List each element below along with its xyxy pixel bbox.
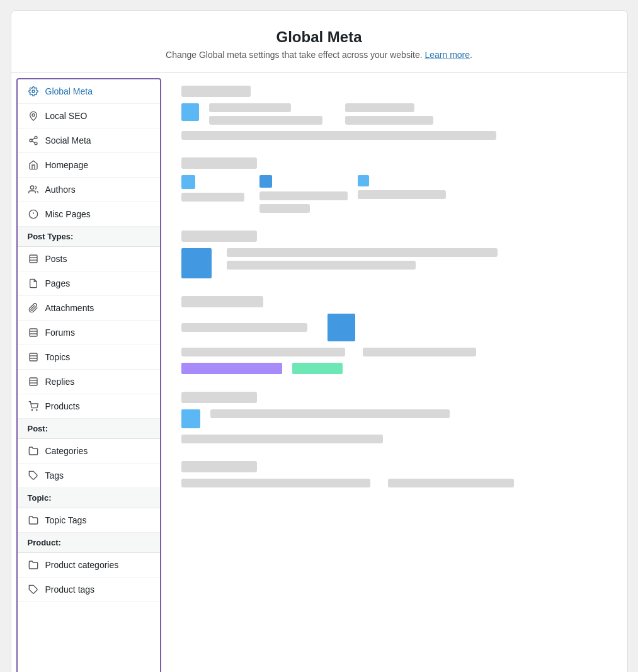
topic-folder-icon — [28, 515, 39, 526]
sidebar-item-label: Forums — [45, 327, 75, 338]
product-section-header: Product: — [18, 533, 160, 553]
sidebar-item-label: Global Meta — [45, 86, 93, 96]
svg-point-1 — [32, 114, 35, 117]
post-types-section-header: Post Types: — [18, 227, 160, 247]
sidebar-item-label: Social Meta — [45, 135, 91, 145]
replies-icon — [28, 376, 39, 387]
sidebar-item-replies[interactable]: Replies — [18, 370, 160, 394]
sidebar-item-label: Homepage — [45, 160, 89, 170]
location-icon — [28, 110, 39, 122]
product-folder-icon — [28, 559, 39, 571]
svg-point-7 — [30, 186, 33, 189]
pages-icon — [28, 278, 39, 289]
sidebar-item-categories[interactable]: Categories — [18, 439, 160, 464]
sidebar-item-attachments[interactable]: Attachments — [18, 296, 160, 321]
main-content — [166, 73, 627, 672]
sidebar-item-product-tags[interactable]: Product tags — [18, 578, 160, 602]
svg-point-4 — [35, 142, 37, 145]
svg-rect-20 — [30, 378, 37, 385]
page-title: Global Meta — [24, 28, 615, 46]
topics-icon — [28, 351, 39, 363]
content-row-3 — [181, 231, 612, 278]
sidebar-item-label: Replies — [45, 377, 75, 387]
sidebar-item-label: Pages — [45, 278, 71, 288]
document-icon — [28, 253, 39, 265]
sidebar-item-topics[interactable]: Topics — [18, 345, 160, 370]
svg-line-6 — [31, 138, 35, 140]
page-description: Change Global meta settings that take ef… — [24, 50, 615, 60]
content-row-6 — [181, 461, 612, 487]
main-container: Global Meta Change Global meta settings … — [11, 10, 628, 672]
sidebar-item-label: Misc Pages — [45, 209, 91, 219]
folder-icon — [28, 445, 39, 457]
content-row-2 — [181, 157, 612, 213]
attachment-icon — [28, 302, 39, 314]
page-header: Global Meta Change Global meta settings … — [11, 11, 627, 73]
sidebar-item-label: Authors — [45, 185, 76, 195]
sidebar-item-topic-tags[interactable]: Topic Tags — [18, 508, 160, 533]
share-icon — [28, 135, 39, 146]
sidebar-item-homepage[interactable]: Homepage — [18, 153, 160, 178]
tag-icon — [28, 470, 39, 481]
learn-more-link[interactable]: Learn more — [424, 50, 470, 60]
sidebar: Global Meta Local SEO Social Meta — [16, 78, 161, 672]
sidebar-item-authors[interactable]: Authors — [18, 178, 160, 202]
circle-icon — [28, 208, 39, 220]
sidebar-item-label: Local SEO — [45, 111, 88, 121]
sidebar-item-tags[interactable]: Tags — [18, 464, 160, 488]
sidebar-item-local-seo[interactable]: Local SEO — [18, 104, 160, 128]
sidebar-item-label: Posts — [45, 254, 67, 264]
product-tag-icon — [28, 584, 39, 595]
content-row-1 — [181, 86, 612, 140]
sidebar-item-label: Topic Tags — [45, 515, 87, 525]
sidebar-item-global-meta[interactable]: Global Meta — [18, 79, 160, 104]
svg-rect-17 — [30, 353, 37, 361]
sidebar-item-label: Products — [45, 401, 80, 411]
svg-point-0 — [32, 90, 35, 93]
sidebar-item-label: Product categories — [45, 560, 119, 570]
content-area: Global Meta Local SEO Social Meta — [11, 73, 627, 672]
topic-section-header: Topic: — [18, 488, 160, 508]
sidebar-item-forums[interactable]: Forums — [18, 321, 160, 345]
svg-point-3 — [30, 139, 32, 142]
sidebar-item-posts[interactable]: Posts — [18, 247, 160, 271]
forums-icon — [28, 327, 39, 338]
sidebar-item-product-categories[interactable]: Product categories — [18, 553, 160, 578]
sidebar-item-products[interactable]: Products — [18, 394, 160, 419]
home-icon — [28, 159, 39, 171]
sidebar-item-label: Topics — [45, 352, 71, 362]
sidebar-item-social-meta[interactable]: Social Meta — [18, 128, 160, 153]
sidebar-item-label: Product tags — [45, 584, 95, 595]
content-row-4 — [181, 296, 612, 374]
users-icon — [28, 184, 39, 195]
svg-rect-14 — [30, 329, 37, 336]
gear-icon — [28, 86, 39, 97]
sidebar-item-label: Categories — [45, 446, 88, 456]
cart-icon — [28, 401, 39, 412]
sidebar-item-misc-pages[interactable]: Misc Pages — [18, 202, 160, 227]
svg-line-5 — [31, 141, 35, 143]
svg-point-2 — [35, 136, 37, 139]
svg-point-23 — [31, 409, 32, 410]
sidebar-item-label: Attachments — [45, 303, 94, 313]
svg-rect-11 — [30, 255, 37, 263]
post-section-header: Post: — [18, 419, 160, 439]
sidebar-item-pages[interactable]: Pages — [18, 271, 160, 296]
content-row-5 — [181, 392, 612, 443]
sidebar-item-label: Tags — [45, 470, 64, 481]
svg-point-24 — [36, 409, 37, 410]
